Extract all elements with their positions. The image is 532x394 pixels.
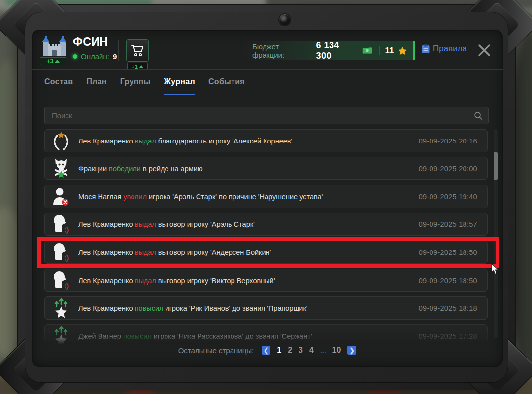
faction-stars-value: 11 [385, 46, 394, 56]
tab-plan[interactable]: План [86, 77, 106, 95]
online-status: Онлайн: 9 [73, 52, 117, 61]
promotion-icon [51, 326, 71, 347]
pagination-ellipsis: ... [320, 346, 326, 354]
faction-level-value: +3 [47, 58, 54, 65]
journal-entry-time: 09-09-2025 20:00 [419, 165, 477, 173]
online-dot-icon [73, 54, 77, 59]
award-wreath-icon [51, 131, 71, 151]
cart-badge-value: +1 [132, 64, 138, 70]
pagination-next-button[interactable]: ❯ [347, 346, 356, 355]
faction-shop-button[interactable] [126, 39, 149, 62]
budget-value: 6 134 300 [316, 40, 357, 61]
journal-row-highlighted[interactable]: Лев Крамаренко выдал выговор игроку 'Анд… [44, 241, 488, 264]
rules-link[interactable]: Правила [422, 44, 467, 54]
cart-up-icon [139, 65, 143, 68]
faction-castle-icon [39, 35, 69, 60]
journal-entry-time: 09-09-2025 20:16 [419, 137, 477, 145]
journal-entry-time: 09-09-2025 18:50 [419, 249, 477, 256]
online-count: 9 [113, 52, 117, 61]
tab-sobytiya[interactable]: События [208, 77, 245, 95]
pagination-page-2[interactable]: 2 [288, 346, 292, 355]
pagination-page-3[interactable]: 3 [299, 346, 303, 355]
cart-icon [131, 44, 144, 57]
tablet-camera [279, 14, 290, 25]
money-icon [361, 46, 373, 56]
journal-entry-text: Мося Наглая уволил игрока 'Арэль Старк' … [78, 193, 323, 201]
reprimand-icon [51, 214, 71, 235]
pagination-label: Остальные страницы: [178, 346, 254, 355]
pagination-page-10[interactable]: 10 [332, 346, 341, 355]
promotion-icon [51, 298, 71, 319]
tabs-separator-line [32, 97, 503, 97]
faction-name: ФСИН [73, 36, 108, 49]
tab-zhurnal[interactable]: Журнал [164, 77, 195, 95]
journal-entry-time: 09-09-2025 18:50 [419, 277, 477, 285]
fired-person-icon [51, 186, 71, 207]
tab-sostav[interactable]: Состав [44, 77, 73, 95]
journal-entry-text: Лев Крамаренко выдал выговор игроку 'Анд… [78, 249, 271, 256]
journal-row[interactable]: Мося Наглая уволил игрока 'Арэль Старк' … [44, 185, 488, 208]
header-divider [118, 40, 119, 61]
search-input[interactable] [45, 107, 488, 124]
faction-level-badge: +3 [40, 57, 66, 65]
reprimand-icon [51, 242, 71, 263]
pagination-page-1[interactable]: 1 [277, 346, 281, 355]
journal-entry-text: Джей Вагнер повысил игрока 'Ника Рассказ… [78, 332, 312, 340]
journal-row[interactable]: Лев Крамаренко выдал выговор игроку 'Вик… [44, 269, 488, 292]
journal-entry-text: Лев Крамаренко выдал благодарность игрок… [78, 137, 292, 145]
close-button[interactable] [476, 42, 493, 58]
journal-entry-time: 09-09-2025 18:57 [419, 220, 477, 228]
journal-entry-time: 09-09-2025 19:40 [419, 193, 477, 201]
journal-entry-time: 09-09-2025 17:28 [419, 332, 477, 340]
tablet-frame: +3 ФСИН Онлайн: 9 +1 Бюджет фракции: 6 1… [18, 5, 515, 390]
journal-entry-text: Лев Крамаренко выдал выговор игроку 'Вик… [78, 277, 275, 285]
header-separator-line [32, 69, 503, 70]
rules-label: Правила [433, 44, 467, 54]
rules-clipboard-icon [422, 44, 430, 54]
star-icon [398, 46, 407, 55]
journal-entry-text: Лев Крамаренко выдал выговор игроку 'Арэ… [78, 220, 255, 228]
journal-row[interactable]: Лев Крамаренко выдал выговор игроку 'Арэ… [44, 213, 488, 236]
level-up-icon [55, 60, 60, 63]
budget-separator [379, 46, 380, 55]
scrollbar-thumb[interactable] [494, 152, 498, 180]
search-icon [474, 111, 483, 120]
journal-row[interactable]: Лев Крамаренко повысил игрока 'Рик Ивано… [44, 296, 488, 320]
journal-entry-text: Лев Крамаренко повысил игрока 'Рик Ивано… [78, 304, 308, 312]
budget-bar: Бюджет фракции: 6 134 300 11 [241, 41, 415, 60]
pagination-prev-button[interactable]: ❮ [262, 346, 270, 355]
raid-skull-icon [51, 158, 71, 179]
budget-label: Бюджет фракции: [252, 42, 312, 59]
pagination-page-4[interactable]: 4 [309, 346, 314, 355]
pagination: Остальные страницы: ❮ 1 2 3 4 ... 10 ❯ [32, 346, 503, 355]
journal-row[interactable]: Лев Крамаренко выдал благодарность игрок… [44, 129, 488, 152]
tab-gruppy[interactable]: Группы [120, 77, 151, 95]
faction-panel: +3 ФСИН Онлайн: 9 +1 Бюджет фракции: 6 1… [32, 30, 503, 367]
journal-row[interactable]: Фракции победили в рейде на армию 09-09-… [44, 157, 488, 180]
search-box [44, 107, 489, 124]
tab-bar: Состав План Группы Журнал События [44, 77, 245, 95]
online-label: Онлайн: [81, 52, 109, 61]
journal-entry-text: Фракции победили в рейде на армию [78, 165, 203, 173]
journal-row[interactable]: Джей Вагнер повысил игрока 'Ника Рассказ… [44, 324, 488, 348]
close-icon [478, 44, 491, 57]
reprimand-icon [51, 270, 71, 291]
journal-entry-time: 09-09-2025 18:18 [419, 304, 477, 312]
